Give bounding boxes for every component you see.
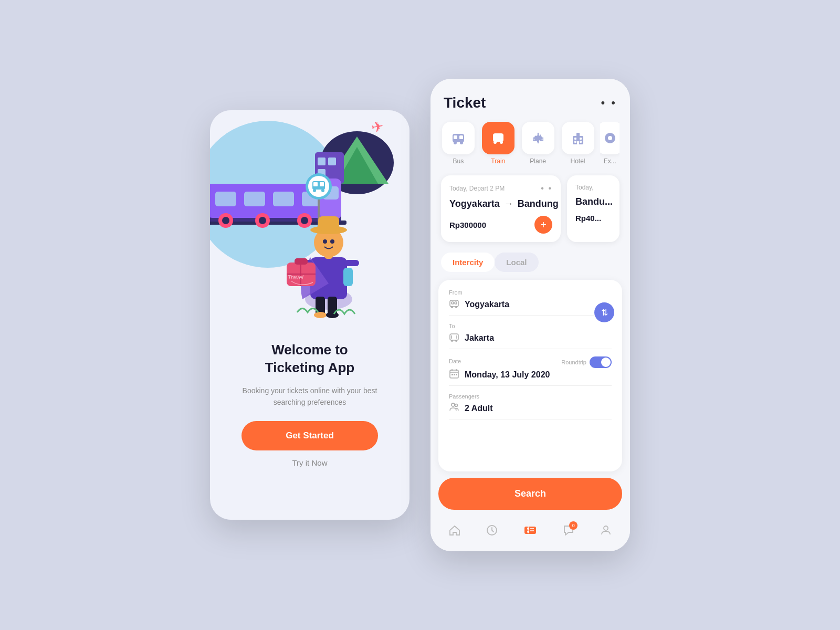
card-top-2: Today, xyxy=(575,184,611,191)
svg-rect-10 xyxy=(215,192,236,206)
svg-point-96 xyxy=(604,526,608,530)
svg-point-70 xyxy=(608,136,612,140)
svg-point-40 xyxy=(323,239,327,244)
category-row: Bus Train xyxy=(430,119,630,173)
svg-point-29 xyxy=(321,189,324,192)
welcome-subtitle: Booking your tickets online with your be… xyxy=(242,385,378,408)
welcome-content: Welcome to Ticketing App Booking your ti… xyxy=(226,331,394,520)
svg-rect-67 xyxy=(580,141,582,143)
svg-point-35 xyxy=(326,312,339,318)
svg-point-34 xyxy=(314,312,327,318)
get-started-button[interactable]: Get Started xyxy=(242,421,378,450)
svg-rect-63 xyxy=(576,133,580,137)
svg-point-92 xyxy=(527,528,529,530)
passengers-label: Passengers xyxy=(449,393,612,400)
category-hotel[interactable]: Hotel xyxy=(561,122,595,165)
profile-icon xyxy=(600,524,612,540)
svg-rect-65 xyxy=(580,138,582,140)
roundtrip-row: Roundtrip xyxy=(561,356,612,368)
card-route-2: Bandu... xyxy=(575,196,611,207)
category-bus[interactable]: Bus xyxy=(441,122,476,165)
svg-rect-87 xyxy=(456,374,457,375)
search-form: From Yogyakarta ⇅ To xyxy=(438,280,622,471)
right-phone: Ticket • • Bus xyxy=(430,79,630,551)
svg-rect-27 xyxy=(320,182,324,186)
add-booking-button-1[interactable]: + xyxy=(534,216,552,234)
nav-chat[interactable]: 0 xyxy=(562,524,575,540)
to-value: Jakarta xyxy=(465,333,612,343)
left-phone: ✈ xyxy=(210,110,410,520)
from-label: From xyxy=(449,289,612,296)
card-to-city-1: Bandung xyxy=(518,198,559,209)
character-illustration: Travel xyxy=(281,194,376,315)
date-label: Date xyxy=(449,358,461,364)
card-bottom-2: Rp40... xyxy=(575,214,611,223)
to-label: To xyxy=(449,323,612,329)
welcome-title: Welcome to Ticketing App xyxy=(265,341,354,377)
passengers-field-group: Passengers 2 Adult xyxy=(449,393,612,419)
card-top-1: Today, Depart 2 PM • • xyxy=(449,184,552,193)
extra-icon-box[interactable] xyxy=(600,122,620,154)
calendar-icon xyxy=(449,368,459,381)
tab-local[interactable]: Local xyxy=(495,253,538,272)
category-extra[interactable]: Ex... xyxy=(600,122,620,165)
svg-rect-68 xyxy=(577,141,579,144)
booking-card-1: Today, Depart 2 PM • • Yogyakarta → Band… xyxy=(441,175,561,242)
card-date-2: Today, xyxy=(575,184,593,191)
svg-point-88 xyxy=(452,403,455,406)
hotel-icon-box[interactable] xyxy=(562,122,594,154)
card-from-city-2: Bandu... xyxy=(575,196,613,207)
category-plane[interactable]: Plane xyxy=(521,122,555,165)
nav-home[interactable] xyxy=(448,524,461,540)
plane-icon-box[interactable] xyxy=(522,122,554,154)
passengers-value: 2 Adult xyxy=(465,404,612,413)
svg-rect-73 xyxy=(455,302,457,304)
category-train[interactable]: Train xyxy=(481,122,516,165)
svg-rect-91 xyxy=(524,527,536,534)
date-row: Date Roundtrip xyxy=(449,356,612,368)
search-button[interactable]: Search xyxy=(438,478,622,510)
home-icon xyxy=(448,524,461,540)
svg-rect-66 xyxy=(574,141,576,143)
svg-point-93 xyxy=(527,531,529,533)
passengers-icon xyxy=(449,402,459,415)
nav-profile[interactable] xyxy=(600,524,612,540)
passengers-input-row[interactable]: 2 Adult xyxy=(449,402,612,419)
ticket-page-title: Ticket xyxy=(444,94,486,111)
tabs-row: Intercity Local xyxy=(430,250,630,280)
hotel-label: Hotel xyxy=(571,158,585,165)
from-value: Yogyakarta xyxy=(465,300,612,309)
svg-point-74 xyxy=(451,306,453,308)
more-options-button[interactable]: • • xyxy=(601,96,617,110)
card-menu-1[interactable]: • • xyxy=(541,184,552,193)
card-from-city-1: Yogyakarta xyxy=(449,198,500,209)
nav-history[interactable] xyxy=(486,524,498,540)
svg-rect-49 xyxy=(343,268,353,286)
date-input-row[interactable]: Monday, 13 July 2020 xyxy=(449,368,612,386)
booking-card-2: Today, Bandu... Rp40... xyxy=(567,175,620,242)
train-icon-box[interactable] xyxy=(482,122,514,154)
nav-ticket[interactable] xyxy=(523,523,538,541)
toggle-knob xyxy=(601,358,611,367)
svg-rect-64 xyxy=(574,138,576,140)
to-field-group: To Jakarta xyxy=(449,323,612,349)
svg-point-75 xyxy=(455,306,457,308)
roundtrip-toggle[interactable] xyxy=(590,356,612,368)
swap-cities-button[interactable]: ⇅ xyxy=(594,302,614,322)
svg-point-89 xyxy=(455,404,458,407)
tab-intercity[interactable]: Intercity xyxy=(441,253,495,272)
svg-rect-55 xyxy=(454,140,463,142)
svg-point-41 xyxy=(330,239,334,244)
to-input-row[interactable]: Jakarta xyxy=(449,331,612,349)
svg-rect-58 xyxy=(499,135,502,138)
svg-point-79 xyxy=(451,340,453,342)
extra-label: Ex... xyxy=(604,158,616,165)
card-date-1: Today, Depart 2 PM xyxy=(449,185,505,192)
bus-icon-box[interactable] xyxy=(442,122,475,154)
illustration-area: ✈ xyxy=(210,110,410,331)
date-field-group: Date Roundtrip xyxy=(449,356,612,386)
from-input-row[interactable]: Yogyakarta ⇅ xyxy=(449,298,612,316)
history-icon xyxy=(486,524,498,540)
try-now-link[interactable]: Try it Now xyxy=(292,458,328,467)
train-label: Train xyxy=(491,158,505,165)
